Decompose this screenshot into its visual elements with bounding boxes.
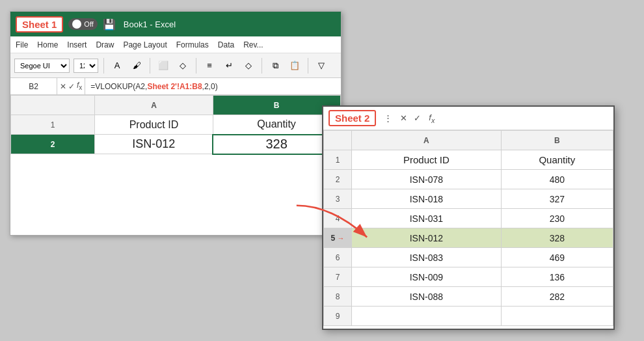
menu-bar: File Home Insert Draw Page Layout Formul…	[10, 36, 341, 53]
sheet2-confirm-icon[interactable]: ✓	[414, 113, 421, 123]
scene: Sheet 1 Off 💾 Book1 - Excel File Home In…	[10, 11, 634, 330]
toggle-circle	[72, 20, 81, 29]
ribbon-separator-3	[196, 58, 196, 74]
corner-header	[11, 96, 95, 115]
sheet2-row-1: 1Product IDQuantity	[324, 150, 613, 170]
sheet1-badge: Sheet 1	[16, 16, 63, 33]
cell-B1[interactable]: Quantity	[213, 115, 340, 135]
confirm-formula-icon[interactable]: ✓	[68, 83, 75, 90]
menu-formulas[interactable]: Formulas	[176, 40, 209, 49]
sheet2-row-7: 7ISN-009136	[324, 267, 613, 287]
cell-style-btn[interactable]: ⬜	[155, 59, 171, 73]
s2-cell-B9[interactable]	[501, 307, 613, 326]
sheet2-row-9: 9	[324, 307, 613, 326]
s2-row-header-4: 4	[324, 209, 352, 228]
cell-A1[interactable]: Product ID	[95, 115, 213, 135]
erase-btn[interactable]: ◇	[241, 59, 256, 73]
sheet2-badge: Sheet 2	[329, 110, 376, 126]
formula-sheet-ref: Sheet 2'!A1:B8	[147, 82, 202, 91]
s2-cell-A4[interactable]: ISN-031	[352, 209, 502, 228]
paint-btn[interactable]: 🖌	[129, 59, 144, 73]
ribbon-separator-4	[262, 58, 262, 74]
row-header-1: 1	[11, 115, 95, 135]
sheet2-row-3: 3ISN-018327	[324, 189, 613, 209]
sheet1-grid-area: A B 1 Product ID Quantity 2 ISN-012 328	[10, 95, 341, 235]
row-header-2: 2	[11, 135, 95, 154]
sheet1-title-bar: Sheet 1 Off 💾 Book1 - Excel	[10, 12, 341, 36]
sheet2-row-6: 6ISN-083469	[324, 248, 613, 267]
formula-content: =VLOOKUP(A2,Sheet 2'!A1:B8,2,0)	[85, 82, 341, 91]
s2-cell-B5[interactable]: 328	[501, 228, 613, 248]
sheet2-fx-icon[interactable]: fx	[429, 113, 435, 124]
col-header-B: B	[213, 96, 340, 115]
s2-cell-B8[interactable]: 282	[501, 287, 613, 307]
cell-A2[interactable]: ISN-012	[95, 135, 213, 154]
s2-cell-B4[interactable]: 230	[501, 209, 613, 228]
formula-bar: B2 ✕ ✓ fx =VLOOKUP(A2,Sheet 2'!A1:B8,2,0…	[10, 78, 341, 95]
s2-cell-A7[interactable]: ISN-009	[352, 267, 502, 287]
sheet2-row-8: 8ISN-088282	[324, 287, 613, 307]
wrap-btn[interactable]: ↵	[221, 59, 237, 73]
s2-cell-A6[interactable]: ISN-083	[352, 248, 502, 267]
insert-function-icon[interactable]: fx	[77, 81, 82, 91]
s2-row-header-8: 8	[324, 287, 352, 307]
s2-cell-A1[interactable]: Product ID	[352, 150, 502, 170]
paste-btn[interactable]: 📋	[287, 59, 302, 73]
sheet2-row-2: 2ISN-078480	[324, 170, 613, 189]
ribbon-separator-2	[150, 58, 150, 74]
menu-draw[interactable]: Draw	[96, 40, 114, 49]
s2-cell-B6[interactable]: 469	[501, 248, 613, 267]
s2-corner	[324, 131, 352, 150]
s2-col-A: A	[352, 131, 502, 150]
s2-col-B: B	[501, 131, 613, 150]
cell-B2[interactable]: 328	[213, 135, 340, 154]
sheet2-title-bar: Sheet 2 ⋮ ✕ ✓ fx	[323, 107, 613, 130]
sheet2-row-4: 4ISN-031230	[324, 209, 613, 228]
s2-cell-A2[interactable]: ISN-078	[352, 170, 502, 189]
toggle-off[interactable]: Off	[68, 18, 97, 30]
menu-file[interactable]: File	[16, 40, 28, 49]
s2-row-header-9: 9	[324, 307, 352, 326]
menu-insert[interactable]: Insert	[67, 40, 87, 49]
s2-row-header-7: 7	[324, 267, 352, 287]
col-header-A: A	[95, 96, 213, 115]
name-box[interactable]: B2	[10, 78, 57, 95]
align-btn[interactable]: ≡	[202, 59, 217, 73]
sheet1-grid: A B 1 Product ID Quantity 2 ISN-012 328	[10, 95, 341, 155]
cancel-formula-icon[interactable]: ✕	[60, 83, 66, 90]
save-icon: 💾	[103, 18, 116, 31]
filter-btn[interactable]: ▽	[314, 59, 329, 73]
ribbon: Segoe UI 12 A 🖌 ⬜ ◇ ≡ ↵ ◇ ⧉ 📋 ▽	[10, 53, 341, 78]
menu-home[interactable]: Home	[37, 40, 58, 49]
menu-review[interactable]: Rev...	[243, 40, 263, 49]
s2-cell-B1[interactable]: Quantity	[501, 150, 613, 170]
menu-data[interactable]: Data	[218, 40, 234, 49]
s2-cell-B7[interactable]: 136	[501, 267, 613, 287]
copy-btn[interactable]: ⧉	[267, 59, 283, 73]
font-select[interactable]: Segoe UI	[14, 59, 70, 73]
s2-cell-B3[interactable]: 327	[501, 189, 613, 209]
sheet2-window: Sheet 2 ⋮ ✕ ✓ fx A B 1Product IDQuantity…	[322, 105, 615, 330]
s2-row-header-2: 2	[324, 170, 352, 189]
sheet2-cancel-icon[interactable]: ✕	[400, 113, 407, 123]
ribbon-separator-5	[308, 58, 308, 74]
font-color-btn[interactable]: A	[109, 59, 125, 73]
s2-row-header-5: 5 →	[324, 228, 352, 248]
s2-cell-B2[interactable]: 480	[501, 170, 613, 189]
fill-btn[interactable]: ◇	[175, 59, 191, 73]
s2-cell-A5[interactable]: ISN-012	[352, 228, 502, 248]
ribbon-separator	[103, 58, 104, 74]
sheet2-grid-area: A B 1Product IDQuantity2ISN-0784803ISN-0…	[323, 130, 613, 329]
size-select[interactable]: 12	[74, 59, 98, 73]
formula-icons: ✕ ✓ fx	[57, 78, 85, 94]
menu-pagelayout[interactable]: Page Layout	[123, 40, 167, 49]
sheet2-sep: ⋮	[384, 113, 392, 123]
s2-row-header-6: 6	[324, 248, 352, 267]
title-text: Book1 - Excel	[124, 20, 176, 29]
sheet2-row-5: 5 →ISN-012328	[324, 228, 613, 248]
toggle-label: Off	[84, 20, 93, 28]
s2-cell-A9[interactable]	[352, 307, 502, 326]
s2-row-header-3: 3	[324, 189, 352, 209]
s2-cell-A8[interactable]: ISN-088	[352, 287, 502, 307]
s2-cell-A3[interactable]: ISN-018	[352, 189, 502, 209]
